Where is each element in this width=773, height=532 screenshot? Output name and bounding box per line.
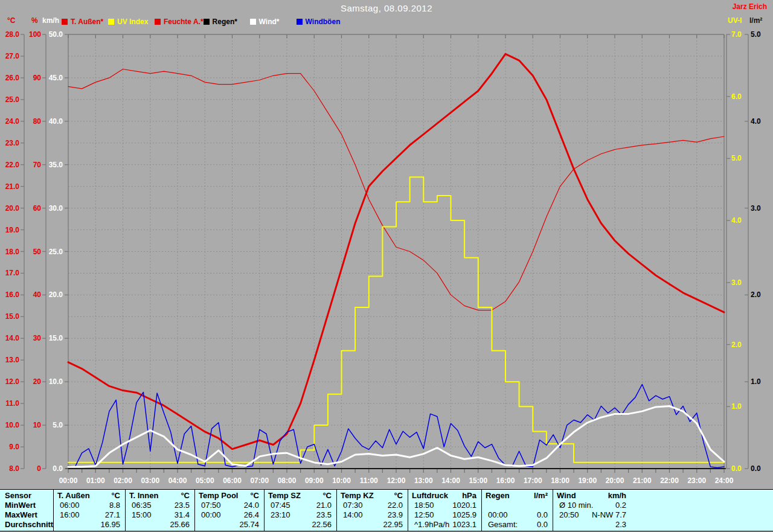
stats-column-6: Regenl/m²00:000.0Gesamt:0.0 [481, 490, 553, 531]
stat-time: 14:00 [343, 510, 363, 520]
stats-column-3: Temp SZ°C07:4521.023:1023.522.56 [264, 490, 336, 531]
y-tick-label: 27.0 [5, 52, 20, 60]
stats-cell-row: 25.66 [126, 520, 194, 530]
stat-time: 00:00 [201, 510, 221, 520]
stat-value: 23.9 [388, 510, 403, 520]
stat-value: 22.56 [312, 520, 332, 530]
stat-time: 07:45 [271, 501, 290, 510]
x-axis-label: 06:00 [223, 476, 242, 485]
stats-cell-row: 22.95 [337, 520, 408, 530]
stat-value: 25.66 [170, 520, 190, 530]
stats-column-7: Windkm/hØ 10 min.0.220:50N-NW 7.72.3 [553, 490, 631, 531]
stat-time: 12:50 [414, 510, 434, 520]
y-tick-label: 25.0 [49, 248, 63, 256]
stat-value: 0.2 [615, 501, 626, 510]
x-axis-label: 20:00 [606, 476, 624, 485]
stats-cell-row: 06:008.8 [54, 501, 125, 510]
stats-row-label: Durchschnitt [0, 520, 53, 530]
stats-column-4: Temp KZ°C07:3022.014:0023.922.95 [336, 490, 408, 531]
x-axis-label: 15:00 [469, 476, 487, 485]
stat-value: 23.5 [316, 510, 332, 520]
stats-cell-row: 07:5024.0 [195, 501, 264, 510]
y-tick-label: 12.0 [5, 377, 20, 386]
stats-column-1: T. Innen°C06:3523.515:0031.425.66 [125, 490, 194, 531]
stats-column-header: Temp KZ°C [337, 491, 408, 501]
stat-value: 31.4 [175, 510, 190, 520]
x-axis-label: 11:00 [360, 476, 378, 485]
y-tick-label: 17.0 [5, 269, 20, 277]
y-tick-label: 20.0 [49, 290, 63, 299]
stat-time: Gesamt: [488, 520, 518, 530]
y-tick-label: 45.0 [49, 74, 63, 82]
weather-chart: 28.027.026.025.024.023.022.021.020.019.0… [0, 0, 773, 489]
y-tick-label: 10.0 [5, 421, 20, 429]
y-tick-label: 2.0 [731, 341, 742, 349]
stat-value: 1020.1 [452, 501, 476, 510]
stat-value: 1025.9 [452, 510, 476, 520]
y-tick-label: 0 [37, 464, 41, 473]
sensor-unit: l/m² [534, 491, 548, 501]
x-axis-label: 18:00 [551, 476, 569, 485]
sensor-unit: km/h [608, 491, 626, 501]
stat-value: 8.8 [109, 501, 120, 510]
stats-cell-row: 15:0031.4 [126, 510, 194, 520]
x-axis-label: 01:00 [86, 476, 105, 485]
y-tick-label: 0.0 [53, 464, 63, 473]
stats-cell-row: 16:0027.1 [54, 510, 125, 520]
y-tick-label: 20.0 [5, 204, 20, 213]
y-tick-label: 22.0 [5, 161, 20, 169]
x-axis-label: 13:00 [414, 476, 433, 485]
stat-value: 1023.1 [452, 520, 476, 530]
y-tick-label: 8.0 [9, 464, 19, 473]
y-tick-label: 26.0 [5, 74, 20, 82]
stat-value: 2.3 [615, 520, 626, 530]
x-axis-label: 23:00 [687, 476, 706, 485]
y-tick-label: 2.0 [751, 290, 761, 299]
y-tick-label: 4.0 [731, 216, 742, 225]
y-tick-label: 10.0 [49, 377, 63, 386]
y-tick-label: 40 [33, 290, 42, 299]
y-tick-label: 100 [29, 30, 41, 39]
sensor-unit: °C [322, 491, 332, 501]
y-tick-label: 30.0 [49, 204, 63, 213]
sensor-name: Temp KZ [341, 491, 374, 501]
stats-column-header: Regenl/m² [482, 491, 553, 501]
y-tick-label: 9.0 [9, 443, 19, 451]
y-tick-label: 90 [33, 74, 42, 82]
y-tick-label: 50.0 [49, 30, 63, 39]
y-tick-label: 3.0 [751, 204, 761, 213]
stats-column-header: Temp SZ°C [265, 491, 336, 501]
x-axis-label: 08:00 [278, 476, 297, 485]
y-tick-label: 4.0 [751, 117, 761, 126]
stat-value: N-NW 7.7 [592, 510, 626, 520]
sensor-unit: °C [181, 491, 190, 501]
stat-value: 22.0 [388, 501, 403, 510]
sensor-name: Temp Pool [199, 491, 238, 501]
stat-value: 25.74 [239, 520, 259, 530]
y-tick-label: 30 [33, 334, 42, 342]
y-tick-label: 16.0 [5, 290, 20, 299]
x-axis-label: 10:00 [332, 476, 351, 485]
sensor-name: Temp SZ [268, 491, 301, 501]
stat-value: 0.0 [537, 510, 548, 520]
stats-filler [631, 490, 773, 531]
stats-cell-row: 07:4521.0 [265, 501, 336, 510]
stats-cell-row: 00:0026.4 [195, 510, 264, 520]
stats-cell-row: 14:0023.9 [337, 510, 408, 520]
stats-cell-row: Gesamt:0.0 [482, 520, 553, 530]
y-tick-label: 35.0 [49, 161, 63, 169]
stat-time: 20:50 [559, 510, 579, 520]
sensor-unit: °C [111, 491, 120, 501]
y-tick-label: 28.0 [5, 30, 20, 39]
y-tick-label: 21.0 [5, 182, 20, 191]
stats-row-label: Sensor [0, 491, 53, 501]
y-tick-label: 60 [33, 204, 42, 213]
stats-column-header: T. Innen°C [126, 491, 194, 501]
x-axis-label: 05:00 [196, 476, 214, 485]
stat-value: 23.5 [175, 501, 190, 510]
y-tick-label: 0.0 [731, 464, 742, 473]
x-axis-label: 21:00 [633, 476, 652, 485]
stats-cell-row: 18:501020.1 [408, 501, 481, 510]
stat-value: 27.1 [105, 510, 120, 520]
stat-value: 24.0 [244, 501, 259, 510]
